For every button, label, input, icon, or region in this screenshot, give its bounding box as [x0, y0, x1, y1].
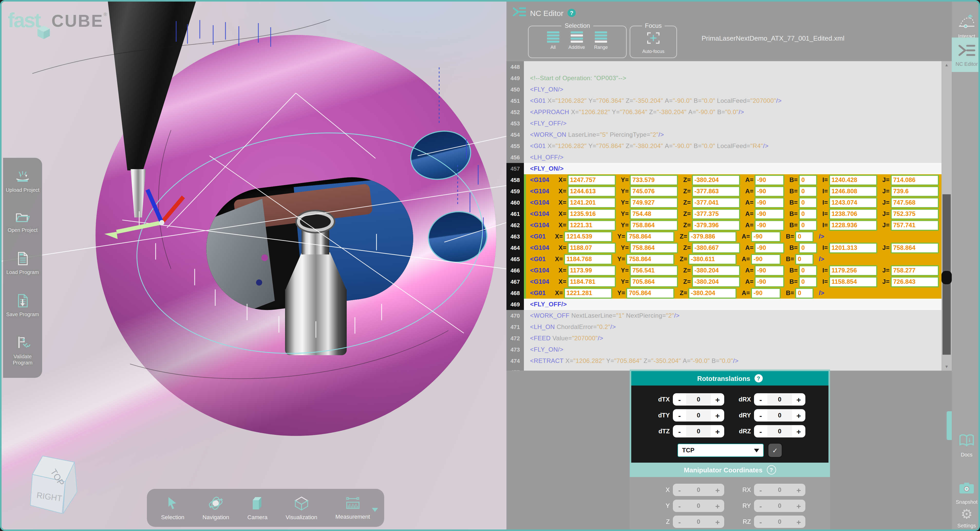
sidebar-item-save-program[interactable]: Save Program [6, 293, 39, 317]
increment-button[interactable]: + [792, 411, 805, 420]
mode-item-interact[interactable]: Interact [952, 8, 980, 39]
gcode-field-A-line-462[interactable] [754, 220, 784, 231]
gcode-field-B-line-463[interactable] [795, 231, 814, 242]
gcode-field-I-line-467[interactable] [829, 276, 877, 287]
gcode-field-Y-line-467[interactable] [630, 276, 678, 287]
code-line-459[interactable]: 459<G104X=Y=Z=A=B=I=J=K=/> [506, 186, 942, 197]
gcode-field-X-line-460[interactable] [568, 197, 616, 208]
stepper-value[interactable]: 0 [686, 393, 711, 405]
gcode-field-B-line-467[interactable] [799, 276, 817, 287]
gcode-field-Y-line-468[interactable] [626, 288, 675, 298]
gcode-field-X-line-458[interactable] [568, 174, 616, 185]
gcode-field-X-line-466[interactable] [568, 265, 616, 276]
gcode-field-B-line-459[interactable] [799, 186, 817, 197]
gcode-field-Z-line-459[interactable] [692, 186, 740, 197]
tool-camera[interactable]: Camera [247, 496, 267, 520]
gcode-field-X-line-465[interactable] [564, 254, 612, 265]
gcode-field-J-line-459[interactable] [891, 186, 939, 197]
code-line-463[interactable]: 463<G01X=Y=Z=A=B=/> [506, 231, 942, 242]
decrement-button[interactable]: - [754, 395, 767, 404]
reference-frame-select[interactable]: TCP [678, 443, 764, 457]
gcode-field-J-line-466[interactable] [891, 265, 939, 276]
gcode-field-Y-line-459[interactable] [630, 186, 678, 197]
gcode-field-Z-line-462[interactable] [692, 220, 740, 231]
sidebar-item-load-program[interactable]: Load Program [6, 251, 39, 275]
gcode-field-X-line-462[interactable] [568, 220, 616, 231]
decrement-button[interactable]: - [754, 411, 767, 420]
gcode-field-Z-line-467[interactable] [692, 276, 740, 287]
code-line-462[interactable]: 462<G104X=Y=Z=A=B=I=J=K=/> [506, 220, 942, 231]
scroll-down-arrow[interactable]: ▼ [942, 364, 952, 369]
gcode-field-X-line-463[interactable] [564, 231, 612, 242]
selection-additive-button[interactable]: Additive [567, 30, 586, 49]
panel-resize-handle[interactable] [947, 411, 952, 440]
gcode-field-A-line-458[interactable] [754, 174, 784, 185]
gcode-field-Z-line-464[interactable] [692, 242, 740, 253]
code-line-470[interactable]: 470<WORK_OFF NextLaserLine="1" NextPierc… [506, 310, 942, 321]
code-line-450[interactable]: 450<FLY_ON/> [506, 84, 942, 95]
code-line-455[interactable]: 455<G01 X="1206.282" Y="705.864" Z="-380… [506, 140, 942, 151]
gcode-field-B-line-464[interactable] [799, 242, 817, 253]
decrement-button[interactable]: - [673, 411, 686, 420]
gcode-field-J-line-462[interactable] [891, 220, 939, 231]
stepper-value[interactable]: 0 [767, 393, 792, 405]
sidebar-item-validate-program[interactable]: Validate Program [3, 336, 42, 365]
gcode-field-J-line-460[interactable] [891, 197, 939, 208]
increment-button[interactable]: + [792, 427, 805, 435]
help-icon[interactable]: ? [568, 9, 576, 17]
decrement-button[interactable]: - [673, 395, 686, 404]
gcode-field-J-line-464[interactable] [891, 242, 939, 253]
tool-measurement[interactable]: Measurement [336, 496, 370, 520]
gcode-field-Y-line-458[interactable] [630, 174, 678, 185]
help-icon[interactable]: ? [767, 465, 776, 474]
gcode-field-B-line-458[interactable] [799, 174, 817, 185]
view-cube[interactable]: TOP RIGHT [25, 454, 82, 520]
increment-button[interactable]: + [711, 411, 724, 420]
increment-button[interactable]: + [711, 395, 724, 404]
gcode-field-B-line-465[interactable] [795, 254, 814, 265]
gcode-field-X-line-459[interactable] [568, 186, 616, 197]
gcode-field-Y-line-460[interactable] [630, 197, 678, 208]
selection-all-button[interactable]: All [546, 30, 560, 49]
selection-range-button[interactable]: Range [593, 30, 609, 49]
gcode-field-A-line-464[interactable] [754, 242, 784, 253]
gcode-field-I-line-459[interactable] [829, 186, 877, 197]
stepper-value[interactable]: 0 [767, 425, 792, 437]
gcode-field-B-line-462[interactable] [799, 220, 817, 231]
gcode-field-X-line-467[interactable] [568, 276, 616, 287]
gcode-field-A-line-465[interactable] [751, 254, 781, 265]
gcode-field-I-line-460[interactable] [829, 197, 877, 208]
nc-editor-menu-icon[interactable] [512, 7, 526, 19]
code-line-467[interactable]: 467<G104X=Y=Z=A=B=I=J=K=/> [506, 276, 942, 287]
gcode-field-B-line-460[interactable] [799, 197, 817, 208]
gcode-field-Z-line-458[interactable] [692, 174, 740, 185]
increment-button[interactable]: + [792, 395, 805, 404]
mode-item-snapshot[interactable]: Snapshot [952, 475, 980, 505]
gcode-field-A-line-459[interactable] [754, 186, 784, 197]
apply-rototranslation-button[interactable]: ✓ [768, 443, 782, 458]
scroll-up-arrow[interactable]: ▲ [942, 63, 952, 67]
sidebar-item-open-project[interactable]: Open Project [8, 211, 38, 233]
gcode-field-Z-line-461[interactable] [692, 209, 740, 219]
increment-button[interactable]: + [711, 427, 724, 435]
scrollbar-knob[interactable] [942, 271, 952, 284]
mode-item-settings[interactable]: ⚙Settings [952, 501, 980, 528]
stepper-value[interactable]: 0 [686, 409, 711, 421]
help-icon[interactable]: ? [754, 374, 762, 383]
gcode-field-I-line-461[interactable] [829, 209, 877, 219]
gcode-field-Z-line-466[interactable] [692, 265, 740, 276]
code-line-454[interactable]: 454<WORK_ON LaserLine="5" PiercingType="… [506, 129, 942, 140]
gcode-field-X-line-461[interactable] [568, 209, 616, 219]
caret-down-icon[interactable] [372, 508, 378, 512]
decrement-button[interactable]: - [673, 427, 686, 435]
gcode-field-I-line-466[interactable] [829, 265, 877, 276]
gcode-field-Z-line-463[interactable] [688, 231, 737, 242]
gcode-field-A-line-466[interactable] [754, 265, 784, 276]
gcode-field-Y-line-463[interactable] [626, 231, 675, 242]
gcode-field-Y-line-462[interactable] [630, 220, 678, 231]
gcode-field-A-line-467[interactable] [754, 276, 784, 287]
auto-focus-button[interactable]: Auto-focus [641, 30, 665, 54]
gcode-field-I-line-462[interactable] [829, 220, 877, 231]
mode-item-nc-editor[interactable]: NC Editor [952, 38, 980, 72]
code-line-449[interactable]: 449<!--Start of Operation: "OP003"--> [506, 72, 942, 84]
